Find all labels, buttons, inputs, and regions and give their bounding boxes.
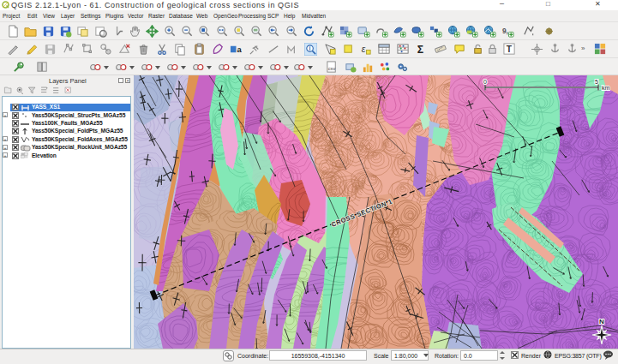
svg-text:i: i (309, 45, 310, 51)
svg-text:Σ: Σ (417, 44, 423, 56)
svg-text:csv: csv (328, 66, 336, 71)
svg-text:ε: ε (362, 45, 366, 54)
svg-text:T: T (507, 45, 513, 54)
svg-text:9,: 9, (502, 27, 508, 35)
svg-text:a: a (237, 45, 242, 54)
